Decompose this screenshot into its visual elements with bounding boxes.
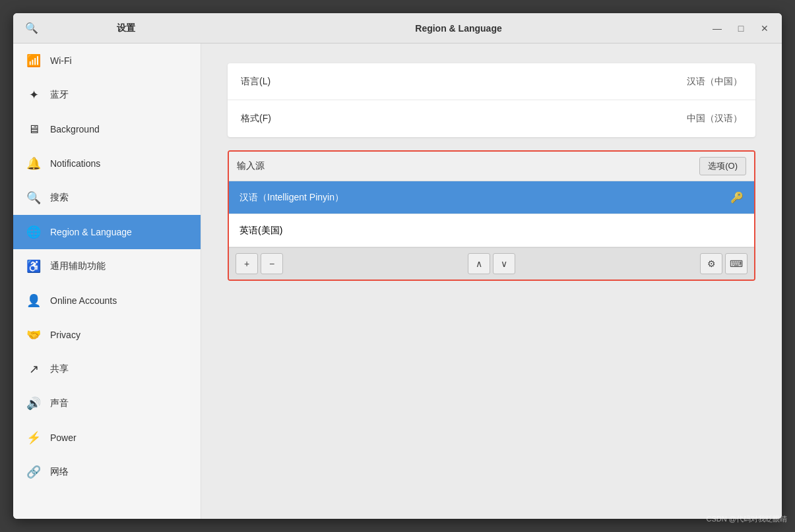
- sidebar-item-region[interactable]: 🌐 Region & Language: [13, 215, 201, 249]
- input-source-section: 输入源 选项(O) 汉语（Intelligent Pinyin） 🔑 英语(美国…: [228, 150, 755, 281]
- minimize-button[interactable]: —: [708, 19, 726, 38]
- input-item-english[interactable]: 英语(美国): [229, 214, 754, 247]
- input-item-icon-pinyin: 🔑: [730, 191, 744, 204]
- input-source-toolbar: + − ∧ ∨ ⚙ ⌨: [229, 247, 754, 280]
- settings-window: 🔍 设置 Region & Language — □ ✕ 📶 Wi-Fi ✦ 蓝…: [13, 13, 782, 519]
- move-up-button[interactable]: ∧: [468, 253, 490, 274]
- sidebar-item-label-network: 网络: [50, 466, 69, 478]
- search-button[interactable]: 🔍: [21, 18, 42, 39]
- sidebar-title: 设置: [42, 22, 209, 34]
- move-down-button[interactable]: ∨: [493, 253, 515, 274]
- sound-icon: 🔊: [26, 396, 41, 411]
- sidebar-item-label-notifications: Notifications: [50, 158, 100, 169]
- sidebar-item-label-bluetooth: 蓝牙: [50, 89, 69, 101]
- close-button[interactable]: ✕: [755, 19, 774, 38]
- language-card: 语言(L) 汉语（中国） 格式(F) 中国（汉语）: [228, 63, 755, 137]
- format-row: 格式(F) 中国（汉语）: [228, 100, 755, 137]
- input-source-title: 输入源: [237, 160, 265, 172]
- input-source-header: 输入源 选项(O): [229, 152, 754, 181]
- maximize-button[interactable]: □: [732, 19, 750, 38]
- sidebar-item-label-wifi: Wi-Fi: [50, 55, 72, 66]
- titlebar-left: 🔍 设置: [21, 18, 209, 39]
- window-controls: — □ ✕: [708, 19, 774, 38]
- add-input-button[interactable]: +: [236, 253, 258, 274]
- region-icon: 🌐: [26, 225, 41, 239]
- input-item-label-english: 英语(美国): [239, 225, 744, 237]
- share-icon: ↗: [26, 362, 41, 376]
- sidebar-item-label-search: 搜索: [50, 192, 69, 204]
- accessibility-icon: ♿: [26, 259, 41, 274]
- input-item-label-pinyin: 汉语（Intelligent Pinyin）: [239, 192, 730, 204]
- sidebar-item-background[interactable]: 🖥 Background: [13, 112, 201, 146]
- background-icon: 🖥: [26, 123, 41, 136]
- power-icon: ⚡: [26, 430, 41, 445]
- main-content: 语言(L) 汉语（中国） 格式(F) 中国（汉语） 输入源 选项(O) 汉语（I…: [201, 44, 782, 519]
- language-row: 语言(L) 汉语（中国）: [228, 63, 755, 100]
- remove-input-button[interactable]: −: [261, 253, 283, 274]
- sidebar-item-power[interactable]: ⚡ Power: [13, 421, 201, 455]
- sidebar-item-privacy[interactable]: 🤝 Privacy: [13, 318, 201, 352]
- sidebar-item-label-sound: 声音: [50, 398, 69, 409]
- toolbar-right: ⚙ ⌨: [700, 253, 747, 274]
- sidebar: 📶 Wi-Fi ✦ 蓝牙 🖥 Background 🔔 Notification…: [13, 44, 201, 519]
- search-icon: 🔍: [26, 191, 41, 205]
- sidebar-item-notifications[interactable]: 🔔 Notifications: [13, 146, 201, 181]
- sidebar-item-label-region: Region & Language: [50, 227, 132, 237]
- sidebar-item-label-privacy: Privacy: [50, 330, 80, 340]
- wifi-icon: 📶: [26, 53, 41, 68]
- sidebar-item-share[interactable]: ↗ 共享: [13, 352, 201, 386]
- format-label: 格式(F): [241, 113, 687, 125]
- sidebar-item-label-share: 共享: [50, 363, 69, 375]
- titlebar: 🔍 设置 Region & Language — □ ✕: [13, 13, 782, 44]
- language-value: 汉语（中国）: [687, 76, 742, 88]
- sidebar-item-wifi[interactable]: 📶 Wi-Fi: [13, 44, 201, 78]
- sidebar-item-sound[interactable]: 🔊 声音: [13, 386, 201, 421]
- window-body: 📶 Wi-Fi ✦ 蓝牙 🖥 Background 🔔 Notification…: [13, 44, 782, 519]
- sidebar-item-label-background: Background: [50, 124, 100, 134]
- sidebar-item-network[interactable]: 🔗 网络: [13, 455, 201, 489]
- format-value: 中国（汉语）: [687, 113, 742, 125]
- privacy-icon: 🤝: [26, 328, 41, 342]
- keyboard-button[interactable]: ⌨: [725, 253, 747, 274]
- bluetooth-icon: ✦: [26, 88, 41, 102]
- sidebar-item-online-accounts[interactable]: 👤 Online Accounts: [13, 283, 201, 318]
- sidebar-item-search[interactable]: 🔍 搜索: [13, 181, 201, 215]
- sidebar-item-accessibility[interactable]: ♿ 通用辅助功能: [13, 249, 201, 283]
- gear-button[interactable]: ⚙: [700, 253, 722, 274]
- sidebar-item-bluetooth[interactable]: ✦ 蓝牙: [13, 78, 201, 112]
- watermark: CSDN @代码对我眨眼睛: [707, 514, 787, 524]
- sidebar-item-label-accessibility: 通用辅助功能: [50, 260, 106, 272]
- options-button[interactable]: 选项(O): [699, 157, 746, 175]
- input-item-pinyin[interactable]: 汉语（Intelligent Pinyin） 🔑: [229, 181, 754, 214]
- network-icon: 🔗: [26, 465, 41, 479]
- window-title: Region & Language: [209, 23, 708, 34]
- sidebar-item-label-online-accounts: Online Accounts: [50, 295, 117, 306]
- online-accounts-icon: 👤: [26, 293, 41, 308]
- language-label: 语言(L): [241, 76, 687, 88]
- sidebar-item-label-power: Power: [50, 432, 77, 443]
- notifications-icon: 🔔: [26, 156, 41, 171]
